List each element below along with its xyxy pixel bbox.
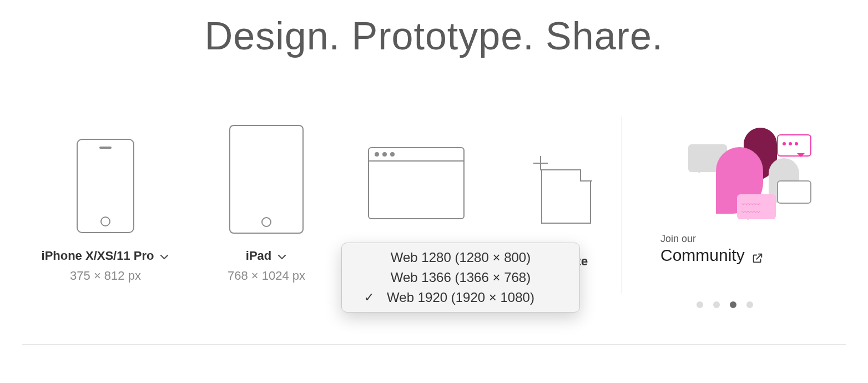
preset-phone-label: iPhone X/XS/11 Pro bbox=[42, 249, 154, 263]
preset-tablet-label-row[interactable]: iPad bbox=[194, 249, 339, 263]
join-our-label: Join our bbox=[660, 233, 838, 245]
dropdown-item-label: Web 1366 (1366 × 768) bbox=[391, 270, 531, 285]
preset-phone-label-row[interactable]: iPhone X/XS/11 Pro bbox=[33, 249, 178, 263]
community-aside[interactable]: 〰〰〰〰〰〰 Join our Community bbox=[660, 128, 838, 265]
dropdown-item-label: Web 1920 (1920 × 1080) bbox=[387, 290, 534, 305]
community-illustration: 〰〰〰〰〰〰 bbox=[672, 128, 816, 228]
carousel-pager[interactable] bbox=[697, 301, 753, 308]
browser-window-icon bbox=[339, 122, 494, 239]
phone-icon bbox=[33, 122, 178, 239]
chevron-down-icon[interactable] bbox=[277, 251, 287, 261]
tablet-icon bbox=[194, 122, 339, 239]
community-link[interactable]: Community bbox=[660, 246, 838, 265]
horizontal-divider bbox=[22, 344, 846, 345]
web-size-option-1366[interactable]: Web 1366 (1366 × 768) bbox=[342, 268, 579, 288]
chevron-down-icon[interactable] bbox=[159, 251, 169, 261]
web-size-option-1920[interactable]: ✓ Web 1920 (1920 × 1080) bbox=[342, 288, 579, 308]
web-size-dropdown[interactable]: Web 1280 (1280 × 800) Web 1366 (1366 × 7… bbox=[341, 243, 580, 313]
preset-custom-card[interactable] bbox=[505, 122, 616, 239]
pager-dot-0[interactable] bbox=[697, 301, 703, 308]
preset-phone-dimensions: 375 × 812 px bbox=[33, 269, 178, 283]
custom-size-icon bbox=[505, 122, 616, 239]
pager-dot-3[interactable] bbox=[746, 301, 753, 308]
pager-dot-2[interactable] bbox=[730, 301, 736, 308]
preset-tablet-card[interactable]: iPad 768 × 1024 px bbox=[194, 122, 339, 283]
headline: Design. Prototype. Share. bbox=[0, 14, 868, 58]
external-link-icon bbox=[751, 249, 764, 261]
dropdown-item-label: Web 1280 (1280 × 800) bbox=[391, 250, 531, 265]
preset-tablet-label: iPad bbox=[246, 249, 271, 263]
preset-web-card[interactable] bbox=[339, 122, 494, 239]
pager-dot-1[interactable] bbox=[713, 301, 720, 308]
vertical-divider bbox=[622, 117, 622, 294]
community-label: Community bbox=[660, 246, 745, 265]
web-size-option-1280[interactable]: Web 1280 (1280 × 800) bbox=[342, 248, 579, 268]
preset-tablet-dimensions: 768 × 1024 px bbox=[194, 269, 339, 283]
checkmark-icon: ✓ bbox=[364, 290, 374, 305]
preset-phone-card[interactable]: iPhone X/XS/11 Pro 375 × 812 px bbox=[33, 122, 178, 283]
